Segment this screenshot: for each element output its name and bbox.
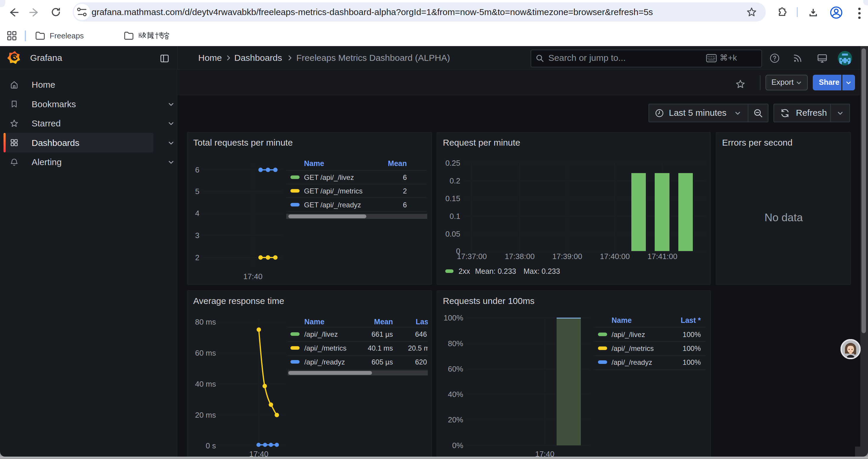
svg-text:0.05: 0.05 — [445, 230, 460, 238]
svg-text:17:38:00: 17:38:00 — [505, 252, 534, 261]
svg-text:40%: 40% — [448, 390, 463, 399]
svg-text:2xx: 2xx — [459, 267, 470, 275]
svg-text:17:40: 17:40 — [243, 272, 262, 281]
svg-text:17:40:00: 17:40:00 — [600, 252, 629, 261]
svg-text:0%: 0% — [452, 441, 463, 450]
svg-text:0 s: 0 s — [206, 441, 216, 450]
svg-text:3: 3 — [195, 231, 199, 240]
svg-text:Mean: 0.233: Mean: 0.233 — [475, 267, 516, 275]
svg-text:17:41:00: 17:41:00 — [647, 252, 677, 261]
svg-text:6: 6 — [195, 165, 199, 174]
svg-text:0.2: 0.2 — [450, 176, 460, 185]
svg-text:Max: 0.233: Max: 0.233 — [524, 267, 560, 275]
svg-text:60 ms: 60 ms — [195, 349, 216, 357]
svg-text:40 ms: 40 ms — [195, 380, 216, 388]
svg-text:80 ms: 80 ms — [195, 318, 216, 326]
svg-text:0.25: 0.25 — [445, 159, 460, 167]
svg-text:2: 2 — [195, 253, 199, 262]
svg-text:0.15: 0.15 — [445, 194, 460, 203]
svg-text:17:37:00: 17:37:00 — [457, 252, 487, 261]
svg-text:4: 4 — [195, 209, 199, 218]
svg-text:20%: 20% — [448, 415, 463, 424]
svg-text:20 ms: 20 ms — [195, 411, 216, 419]
svg-text:80%: 80% — [448, 339, 463, 348]
svg-text:60%: 60% — [448, 364, 463, 373]
svg-text:5: 5 — [195, 187, 199, 196]
svg-text:0.1: 0.1 — [450, 212, 460, 221]
svg-text:17:39:00: 17:39:00 — [552, 252, 582, 261]
svg-text:100%: 100% — [444, 314, 464, 322]
